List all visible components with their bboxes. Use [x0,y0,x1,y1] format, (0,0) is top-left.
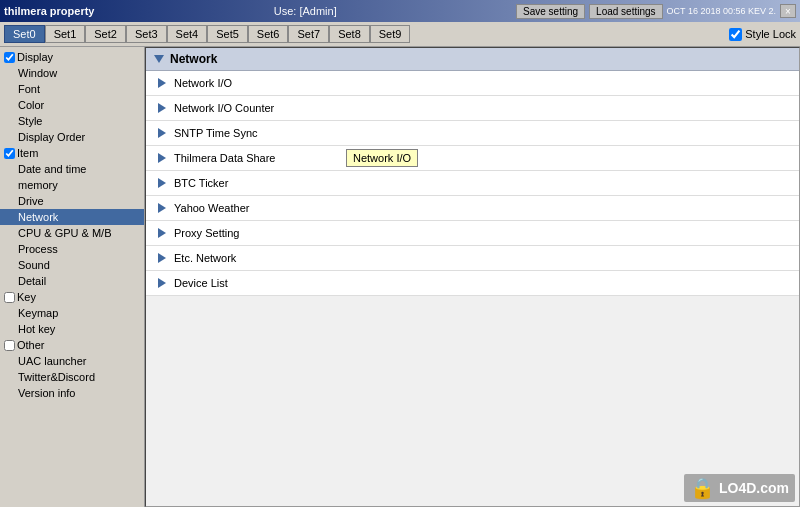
list-item-proxy-setting[interactable]: Proxy Setting [146,221,799,246]
item-expand-arrow-6 [158,203,166,213]
item-label-proxy-setting: Proxy Setting [174,227,239,239]
sidebar-item-process[interactable]: Process [0,241,144,257]
sidebar-category-display: Display [0,49,144,65]
item-label-device-list: Device List [174,277,228,289]
set-tabs: Set0 Set1 Set2 Set3 Set4 Set5 Set6 Set7 … [4,25,410,43]
section-collapse-arrow [154,55,164,63]
sidebar-item-font[interactable]: Font [0,81,144,97]
sidebar-item-memory[interactable]: memory [0,177,144,193]
item-expand-arrow-3 [158,128,166,138]
close-button[interactable]: × [780,4,796,18]
tooltip-network-io: Network I/O [346,149,418,167]
main-container: Set0 Set1 Set2 Set3 Set4 Set5 Set6 Set7 … [0,22,800,507]
item-expand-arrow-4 [158,153,166,163]
sidebar-item-detail[interactable]: Detail [0,273,144,289]
item-label-yahoo-weather: Yahoo Weather [174,202,249,214]
section-title: Network [170,52,217,66]
sidebar-category-item: Item [0,145,144,161]
item-expand-arrow-8 [158,253,166,263]
item-label-etc-network: Etc. Network [174,252,236,264]
display-label: Display [17,51,53,63]
titlebar-left: thilmera property [4,5,94,17]
list-item-device-list[interactable]: Device List [146,271,799,296]
display-checkbox[interactable] [4,52,15,63]
sidebar-item-keymap[interactable]: Keymap [0,305,144,321]
app-title: thilmera property [4,5,94,17]
tab-set1[interactable]: Set1 [45,25,86,43]
watermark-text: LO4D.com [719,480,789,496]
other-label: Other [17,339,45,351]
tab-set4[interactable]: Set4 [167,25,208,43]
sidebar-item-display-order[interactable]: Display Order [0,129,144,145]
item-checkbox[interactable] [4,148,15,159]
list-item-etc-network[interactable]: Etc. Network [146,246,799,271]
item-label-network-io: Network I/O [174,77,232,89]
sidebar-item-hot-key[interactable]: Hot key [0,321,144,337]
version-info: OCT 16 2018 00:56 KEV 2. [667,6,776,17]
watermark-icon: 🔒 [690,476,715,500]
toolbar: Set0 Set1 Set2 Set3 Set4 Set5 Set6 Set7 … [0,22,800,47]
list-item-yahoo-weather[interactable]: Yahoo Weather [146,196,799,221]
titlebar: thilmera property Use: [Admin] Save sett… [0,0,800,22]
list-item-thilmera-data-share[interactable]: Thilmera Data Share [146,146,799,171]
sidebar-item-date-time[interactable]: Date and time [0,161,144,177]
tab-set8[interactable]: Set8 [329,25,370,43]
watermark: 🔒 LO4D.com [684,474,795,502]
item-label: Item [17,147,38,159]
item-expand-arrow-2 [158,103,166,113]
tab-set7[interactable]: Set7 [288,25,329,43]
style-lock-checkbox[interactable] [729,28,742,41]
item-expand-arrow-7 [158,228,166,238]
tab-set9[interactable]: Set9 [370,25,411,43]
style-lock-text: Style Lock [745,28,796,40]
item-expand-arrow-9 [158,278,166,288]
list-item-sntp[interactable]: SNTP Time Sync [146,121,799,146]
other-checkbox[interactable] [4,340,15,351]
item-label-thilmera-data-share: Thilmera Data Share [174,152,276,164]
network-io-wrapper: Network I/O Network I/O [146,71,799,96]
sidebar-item-cpu-gpu[interactable]: CPU & GPU & M/B [0,225,144,241]
sidebar-item-color[interactable]: Color [0,97,144,113]
item-label-btc-ticker: BTC Ticker [174,177,228,189]
tab-set5[interactable]: Set5 [207,25,248,43]
titlebar-right: Save setting Load settings OCT 16 2018 0… [516,4,796,19]
sidebar-item-network[interactable]: Network [0,209,144,225]
sidebar: Display Window Font Color Style Display … [0,47,145,507]
style-lock-label[interactable]: Style Lock [729,28,796,41]
main-panel: Network Network I/O Network I/O Network … [145,47,800,507]
sidebar-item-sound[interactable]: Sound [0,257,144,273]
sidebar-item-version[interactable]: Version info [0,385,144,401]
sidebar-category-key: Key [0,289,144,305]
sidebar-item-window[interactable]: Window [0,65,144,81]
item-label-network-io-counter: Network I/O Counter [174,102,274,114]
tab-set3[interactable]: Set3 [126,25,167,43]
list-item-btc-ticker[interactable]: BTC Ticker [146,171,799,196]
item-expand-arrow-5 [158,178,166,188]
sidebar-category-other: Other [0,337,144,353]
sidebar-item-drive[interactable]: Drive [0,193,144,209]
tab-set6[interactable]: Set6 [248,25,289,43]
style-lock-area: Style Lock [729,28,796,41]
item-expand-arrow [158,78,166,88]
user-label: Use: [Admin] [274,5,337,17]
key-label: Key [17,291,36,303]
key-checkbox[interactable] [4,292,15,303]
content-area: Display Window Font Color Style Display … [0,47,800,507]
save-setting-button[interactable]: Save setting [516,4,585,19]
sidebar-item-uac[interactable]: UAC launcher [0,353,144,369]
list-item-network-io[interactable]: Network I/O [146,71,799,96]
load-settings-button[interactable]: Load settings [589,4,663,19]
list-item-network-io-counter[interactable]: Network I/O Counter [146,96,799,121]
sidebar-item-twitter[interactable]: Twitter&Discord [0,369,144,385]
sidebar-item-style[interactable]: Style [0,113,144,129]
tab-set0[interactable]: Set0 [4,25,45,43]
section-header-network[interactable]: Network [146,48,799,71]
tab-set2[interactable]: Set2 [85,25,126,43]
item-label-sntp: SNTP Time Sync [174,127,258,139]
